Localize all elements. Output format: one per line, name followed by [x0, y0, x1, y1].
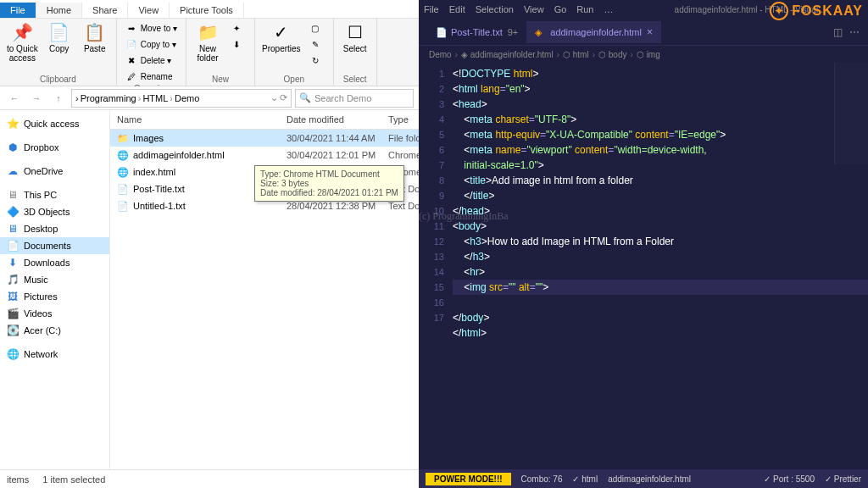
tab-home[interactable]: Home [36, 3, 82, 18]
close-icon[interactable]: × [647, 26, 653, 38]
editor[interactable]: 1234567891011121314151617 <!DOCTYPE html… [419, 63, 868, 469]
crumb-1[interactable]: HTML [142, 93, 168, 103]
ribbon: 📌to Quickaccess📄Copy📋PasteClipboard➡Move… [0, 19, 419, 86]
sidebar-item-network[interactable]: 🌐Network [0, 346, 109, 363]
crumb-0[interactable]: Programming [81, 93, 136, 103]
easy-access[interactable]: ⬇ [227, 36, 249, 52]
editor-tab-addimageinfolder.html[interactable]: ◈addimageinfolder.html× [526, 21, 661, 43]
refresh-icon[interactable]: ⟳ [280, 92, 287, 103]
vc-4[interactable]: ⬡ img [637, 50, 660, 59]
menu-file[interactable]: File [424, 4, 439, 14]
menu-go[interactable]: Go [554, 4, 567, 14]
tab-share[interactable]: Share [82, 3, 128, 18]
crumb-2[interactable]: Demo [175, 93, 199, 103]
to-quick-access[interactable]: 📌to Quickaccess [5, 20, 40, 64]
sidebar-item-acer-c-[interactable]: 💽Acer (C:) [0, 322, 109, 339]
file-tooltip: Type: Chrome HTML Document Size: 3 bytes… [254, 165, 404, 202]
vc-0[interactable]: Demo [429, 50, 452, 59]
file-row[interactable]: 📁Images30/04/2021 11:44 AMFile folder [110, 130, 419, 147]
split-editor-icon[interactable]: ◫ [833, 26, 843, 38]
sidebar-item-music[interactable]: 🎵Music [0, 271, 109, 288]
crumb-dropdown[interactable]: ⌄ [270, 92, 278, 103]
git-branch[interactable]: ✓ html [572, 474, 598, 484]
copy-to[interactable]: 📄Copy to ▾ [122, 36, 181, 52]
column-headers: Name Date modified Type [110, 110, 419, 130]
rename[interactable]: 🖉Rename [122, 69, 181, 84]
watermark: ✦ FOSKAAY [770, 2, 863, 20]
delete[interactable]: ✖Delete ▾ [122, 53, 181, 68]
combo: Combo: 76 [521, 474, 563, 484]
vc-3[interactable]: ⬡ body [598, 50, 626, 59]
sidebar-item-desktop[interactable]: 🖥Desktop [0, 220, 109, 237]
watermark-logo-icon: ✦ [770, 2, 788, 20]
nav-back[interactable]: ← [5, 89, 24, 108]
breadcrumb[interactable]: › Programming › HTML › Demo ⌄ ⟳ [71, 89, 292, 108]
tab-picture-tools[interactable]: Picture Tools [170, 3, 244, 18]
sidebar-item-3d-objects[interactable]: 🔷3D Objects [0, 203, 109, 220]
search-icon: 🔍 [299, 92, 311, 103]
sidebar-item-dropbox[interactable]: ⬢Dropbox [0, 139, 109, 156]
vscode: (c) ProgrammingInBa File Edit Selection … [419, 0, 868, 488]
status-selected: 1 item selected [42, 474, 105, 485]
menu-more[interactable]: … [604, 4, 614, 14]
move-to[interactable]: ➡Move to ▾ [122, 20, 181, 36]
vscode-status-bar: POWER MODE!!! Combo: 76 ✓ html addimagei… [419, 469, 868, 488]
file-row[interactable]: 🌐addimageinfolder.html30/04/2021 12:01 P… [110, 147, 419, 164]
nav-up[interactable]: ↑ [49, 89, 68, 108]
sidebar-item-documents[interactable]: 📄Documents [0, 237, 109, 254]
files-pane: Name Date modified Type 📁Images30/04/202… [110, 110, 419, 469]
live-server-port[interactable]: ✓ Port : 5500 [764, 474, 815, 484]
code[interactable]: <!DOCTYPE html><html lang="en"><head> <m… [453, 63, 868, 469]
vc-1[interactable]: ◈ addimageinfolder.html [461, 50, 554, 59]
menu-view[interactable]: View [524, 4, 544, 14]
gutter: 1234567891011121314151617 [419, 63, 453, 469]
select[interactable]: ☐Select [339, 20, 371, 55]
sidebar-item-downloads[interactable]: ⬇Downloads [0, 254, 109, 271]
file-list: 📁Images30/04/2021 11:44 AMFile folder🌐ad… [110, 130, 419, 469]
power-mode[interactable]: POWER MODE!!! [426, 473, 511, 485]
sidebar-item-pictures[interactable]: 🖼Pictures [0, 288, 109, 305]
editor-tabs: 📄Post-Title.txt9+◈addimageinfolder.html×… [419, 19, 868, 46]
address-bar: ← → ↑ › Programming › HTML › Demo ⌄ ⟳ 🔍 … [0, 86, 419, 110]
copy[interactable]: 📄Copy [43, 20, 75, 55]
file-explorer: File Home Share View Picture Tools 📌to Q… [0, 0, 419, 488]
explorer-tabs: File Home Share View Picture Tools [0, 0, 419, 19]
history[interactable]: ↻ [306, 53, 328, 68]
sidebar-item-videos[interactable]: 🎬Videos [0, 305, 109, 322]
tab-view[interactable]: View [128, 3, 170, 18]
col-date[interactable]: Date modified [280, 110, 381, 129]
menu-run[interactable]: Run [576, 4, 593, 14]
prettier-status[interactable]: ✓ Prettier [825, 474, 861, 484]
editor-breadcrumb: Demo› ◈ addimageinfolder.html› ⬡ html› ⬡… [419, 46, 868, 63]
open[interactable]: ▢ [306, 20, 328, 36]
paste[interactable]: 📋Paste [79, 20, 111, 55]
menu-edit[interactable]: Edit [449, 4, 465, 14]
search-input[interactable]: 🔍 Search Demo [295, 89, 414, 108]
col-name[interactable]: Name [110, 110, 280, 129]
col-type[interactable]: Type [381, 110, 419, 129]
minimap[interactable] [834, 63, 868, 164]
sidebar-item-onedrive[interactable]: ☁OneDrive [0, 163, 109, 180]
editor-tab-Post-Title.txt[interactable]: 📄Post-Title.txt9+ [427, 22, 526, 42]
explorer-body: ⭐Quick access⬢Dropbox☁OneDrive🖥This PC🔷3… [0, 110, 419, 469]
sidebar-item-this-pc[interactable]: 🖥This PC [0, 186, 109, 203]
tab-file[interactable]: File [0, 3, 36, 18]
properties[interactable]: ✓Properties [260, 20, 303, 55]
vc-2[interactable]: ⬡ html [563, 50, 589, 59]
status-file: addimageinfolder.html [608, 474, 691, 484]
sidebar: ⭐Quick access⬢Dropbox☁OneDrive🖥This PC🔷3… [0, 110, 110, 469]
new-item[interactable]: ✦ [227, 20, 249, 36]
copyright-overlay: (c) ProgrammingInBa [419, 210, 509, 223]
more-icon[interactable]: ⋯ [849, 26, 860, 38]
status-bar: items 1 item selected [0, 469, 419, 488]
nav-fwd[interactable]: → [27, 89, 46, 108]
new-folder[interactable]: 📁Newfolder [192, 20, 224, 64]
status-items: items [7, 474, 29, 485]
edit[interactable]: ✎ [306, 36, 328, 52]
menu-selection[interactable]: Selection [476, 4, 514, 14]
sidebar-item-quick-access[interactable]: ⭐Quick access [0, 115, 109, 132]
folder-icon: › [75, 93, 79, 103]
